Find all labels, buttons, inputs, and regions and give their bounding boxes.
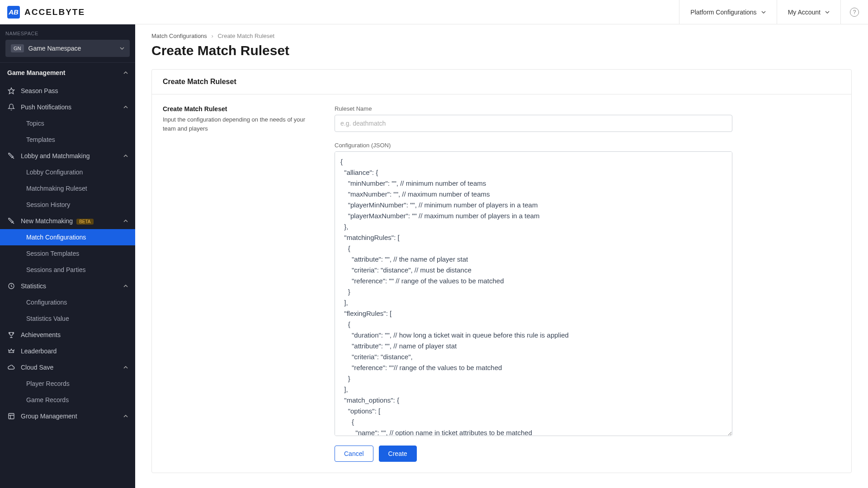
swords-icon <box>7 152 15 160</box>
form-section-desc: Input the configuration depending on the… <box>163 115 316 133</box>
my-account-menu[interactable]: My Account <box>777 0 840 24</box>
sidebar-item-statistics[interactable]: Statistics <box>0 278 135 294</box>
sidebar-item-label: Push Notifications <box>21 103 118 111</box>
sidebar-item-lobby-config[interactable]: Lobby Configuration <box>0 164 135 180</box>
trophy-icon <box>7 331 15 338</box>
sidebar-item-group-management[interactable]: Group Management <box>0 408 135 424</box>
chevron-up-icon <box>123 415 128 418</box>
logo-text: ACCELBYTE <box>24 7 85 17</box>
sidebar-item-label: Leaderboard <box>21 347 128 355</box>
create-button[interactable]: Create <box>379 446 417 462</box>
sidebar-item-label: Group Management <box>21 413 118 420</box>
sidebar-item-templates[interactable]: Templates <box>0 131 135 148</box>
svg-marker-0 <box>8 88 14 94</box>
sidebar-item-statistics-value[interactable]: Statistics Value <box>0 310 135 327</box>
sidebar-item-label: New MatchmakingBETA <box>21 217 118 225</box>
sidebar-item-configurations[interactable]: Configurations <box>0 294 135 310</box>
configuration-json-textarea[interactable] <box>335 151 732 436</box>
sidebar-item-label: Season Pass <box>21 87 128 94</box>
logo[interactable]: AB ACCELBYTE <box>7 6 85 19</box>
sidebar-item-label: Lobby and Matchmaking <box>21 152 118 160</box>
form-actions: Cancel Create <box>335 446 732 462</box>
chevron-down-icon <box>825 11 830 14</box>
cloud-icon <box>7 364 15 371</box>
namespace-selector[interactable]: GN Game Namespace <box>5 40 130 57</box>
sidebar-item-season-pass[interactable]: Season Pass <box>0 83 135 99</box>
chevron-up-icon <box>123 285 128 287</box>
main-content: Match Configurations › Create Match Rule… <box>135 24 868 488</box>
configuration-json-label: Configuration (JSON) <box>335 142 732 149</box>
namespace-label: NAMESPACE <box>0 24 135 40</box>
app-header: AB ACCELBYTE Platform Configurations My … <box>0 0 868 24</box>
star-icon <box>7 87 15 94</box>
breadcrumb-current: Create Match Ruleset <box>217 33 274 39</box>
sidebar-item-new-matchmaking[interactable]: New MatchmakingBETA <box>0 213 135 229</box>
layout-icon <box>7 413 15 420</box>
bell-icon <box>7 103 15 111</box>
sidebar-item-mm-ruleset[interactable]: Matchmaking Ruleset <box>0 180 135 197</box>
sidebar-item-label: Statistics <box>21 282 118 290</box>
sidebar-item-topics[interactable]: Topics <box>0 115 135 131</box>
sidebar-item-game-records[interactable]: Game Records <box>0 392 135 408</box>
svg-rect-2 <box>9 413 14 419</box>
sidebar-item-leaderboard[interactable]: Leaderboard <box>0 343 135 359</box>
chevron-up-icon <box>123 106 128 108</box>
sidebar-item-lobby-matchmaking[interactable]: Lobby and Matchmaking <box>0 148 135 164</box>
sidebar-item-achievements[interactable]: Achievements <box>0 327 135 343</box>
help-button[interactable]: ? <box>840 0 868 24</box>
cancel-button[interactable]: Cancel <box>335 446 373 462</box>
card-title: Create Match Ruleset <box>152 70 851 94</box>
sidebar-item-push-notifications[interactable]: Push Notifications <box>0 99 135 115</box>
chevron-up-icon <box>123 155 128 157</box>
form-section-title: Create Match Ruleset <box>163 105 316 113</box>
chevron-up-icon <box>123 220 128 222</box>
sidebar-item-session-history[interactable]: Session History <box>0 197 135 213</box>
sidebar-item-sessions-parties[interactable]: Sessions and Parties <box>0 262 135 278</box>
namespace-badge: GN <box>11 44 24 52</box>
form-fields-col: Ruleset Name Configuration (JSON) Cancel… <box>335 105 732 462</box>
help-icon: ? <box>850 8 859 17</box>
beta-badge: BETA <box>76 219 93 225</box>
section-label: Game Management <box>7 69 65 76</box>
sidebar-item-label: Cloud Save <box>21 364 118 371</box>
platform-configurations-menu[interactable]: Platform Configurations <box>679 0 776 24</box>
sidebar-item-session-templates[interactable]: Session Templates <box>0 245 135 262</box>
create-ruleset-card: Create Match Ruleset Create Match Rulese… <box>151 69 852 473</box>
swords-icon <box>7 217 15 225</box>
sidebar: NAMESPACE GN Game Namespace Game Managem… <box>0 24 135 488</box>
page-title: Create Match Ruleset <box>151 43 852 58</box>
form-description-col: Create Match Ruleset Input the configura… <box>163 105 316 462</box>
my-account-label: My Account <box>788 9 821 16</box>
chevron-down-icon <box>120 47 124 50</box>
breadcrumb: Match Configurations › Create Match Rule… <box>151 33 852 39</box>
ruleset-name-input[interactable] <box>335 115 732 132</box>
chevron-right-icon: › <box>211 33 213 39</box>
namespace-name: Game Namespace <box>28 45 120 52</box>
platform-configurations-label: Platform Configurations <box>690 9 756 16</box>
ruleset-name-label: Ruleset Name <box>335 105 732 112</box>
sidebar-item-label: Achievements <box>21 331 128 338</box>
crown-icon <box>7 347 15 355</box>
logo-mark: AB <box>7 6 20 19</box>
header-right: Platform Configurations My Account ? <box>679 0 868 24</box>
breadcrumb-parent[interactable]: Match Configurations <box>151 33 207 39</box>
sidebar-item-player-records[interactable]: Player Records <box>0 375 135 392</box>
clock-icon <box>7 282 15 290</box>
chevron-up-icon <box>123 366 128 369</box>
sidebar-item-cloud-save[interactable]: Cloud Save <box>0 359 135 375</box>
sidebar-item-match-configurations[interactable]: Match Configurations <box>0 229 135 245</box>
chevron-down-icon <box>761 11 766 14</box>
section-game-management[interactable]: Game Management <box>0 63 135 83</box>
chevron-up-icon <box>123 71 128 74</box>
